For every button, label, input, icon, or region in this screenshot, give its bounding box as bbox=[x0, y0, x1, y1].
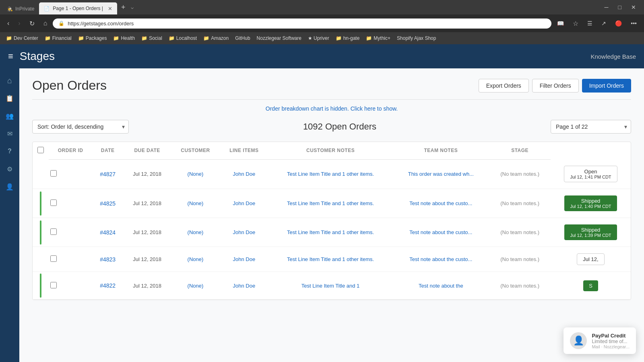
row-checkbox-cell[interactable] bbox=[49, 189, 92, 218]
more-btn[interactable]: ••• bbox=[627, 19, 640, 28]
share-btn[interactable]: ↗ bbox=[598, 19, 609, 28]
table-row[interactable]: #4822 Jul 12, 2018 (None) John Doe Test … bbox=[33, 272, 631, 300]
sidebar-item-settings[interactable]: ⚙ bbox=[2, 161, 18, 177]
page-select[interactable]: Page 1 of 22 Page 2 of 22 Page 3 of 22 bbox=[551, 120, 631, 134]
row-checkbox-cell[interactable] bbox=[49, 247, 92, 272]
line-items-cell[interactable]: Test Line Item Title and 1 other items. bbox=[268, 247, 393, 272]
hub-btn[interactable]: ☰ bbox=[584, 19, 596, 28]
table-row[interactable]: #4827 Jul 12, 2018 (None) John Doe Test … bbox=[33, 159, 631, 189]
profile-btn[interactable]: 🔴 bbox=[612, 19, 625, 28]
row-checkbox-cell[interactable] bbox=[49, 159, 92, 189]
stage-cell[interactable]: Open Jul 12, 1:41 PM CDT bbox=[551, 159, 631, 189]
table-row[interactable]: #4824 Jul 12, 2018 (None) John Doe Test … bbox=[33, 218, 631, 247]
maximize-btn[interactable]: □ bbox=[613, 2, 626, 12]
close-btn[interactable]: ✕ bbox=[626, 2, 641, 12]
tab-dropdown-btn[interactable]: ⌵ bbox=[129, 4, 135, 10]
row-checkbox[interactable] bbox=[50, 255, 57, 262]
due-date-cell[interactable]: (None) bbox=[171, 272, 220, 300]
stage-cell[interactable]: Shipped Jul 12, 1:40 PM CDT bbox=[551, 189, 631, 218]
table-row[interactable]: #4823 Jul 12, 2018 (None) John Doe Test … bbox=[33, 247, 631, 272]
forward-btn[interactable]: › bbox=[15, 18, 23, 29]
row-checkbox[interactable] bbox=[50, 170, 57, 177]
knowledge-base-link[interactable]: Knowledge Base bbox=[590, 53, 636, 60]
order-id-cell[interactable]: #4824 bbox=[92, 218, 123, 247]
bookmark-github[interactable]: GitHub bbox=[232, 34, 253, 42]
bookmark-health[interactable]: 📁 Health bbox=[110, 34, 138, 42]
bookmark-upriver[interactable]: ★ Upriver bbox=[305, 34, 332, 42]
customer-cell[interactable]: John Doe bbox=[220, 218, 268, 247]
line-items-cell[interactable]: Test Line Item Title and 1 other items. bbox=[268, 218, 393, 247]
order-id-cell[interactable]: #4823 bbox=[92, 247, 123, 272]
export-orders-btn[interactable]: Export Orders bbox=[479, 79, 529, 93]
order-id-link[interactable]: #4825 bbox=[100, 200, 116, 207]
stage-cell[interactable]: Jul 12, bbox=[551, 247, 631, 272]
customer-cell[interactable]: John Doe bbox=[220, 189, 268, 218]
paypal-notification[interactable]: 👤 PayPal Credit Limited time of... Mail … bbox=[564, 327, 636, 354]
customer-notes-cell[interactable]: Test note about the custo... bbox=[392, 218, 489, 247]
filter-orders-btn[interactable]: Filter Orders bbox=[532, 79, 579, 93]
row-checkbox[interactable] bbox=[50, 282, 57, 288]
refresh-btn[interactable]: ↻ bbox=[26, 18, 38, 29]
row-checkbox[interactable] bbox=[50, 200, 57, 206]
customer-cell[interactable]: John Doe bbox=[220, 159, 268, 189]
chart-hidden-message[interactable]: Order breakdown chart is hidden. Click h… bbox=[32, 105, 631, 112]
row-checkbox-cell[interactable] bbox=[49, 272, 92, 300]
tab-close-btn[interactable]: ✕ bbox=[108, 6, 112, 12]
line-items-cell[interactable]: Test Line Item Title and 1 other items. bbox=[268, 159, 393, 189]
sidebar-item-customers[interactable]: 👥 bbox=[2, 108, 18, 124]
favorites-btn[interactable]: ☆ bbox=[570, 18, 582, 29]
sidebar-item-messages[interactable]: ✉ bbox=[2, 125, 18, 142]
inprivate-tab[interactable]: 🕵 InPrivate bbox=[3, 3, 38, 14]
bookmark-shopify[interactable]: Shopify Ajax Shop bbox=[394, 34, 439, 42]
stage-cell[interactable]: Shipped Jul 12, 1:39 PM CDT bbox=[551, 218, 631, 247]
table-header-row: ORDER ID DATE DUE DATE CUSTOMER LINE ITE… bbox=[33, 142, 631, 159]
bookmark-localhost[interactable]: 📁 Localhost bbox=[166, 34, 200, 42]
bookmark-financial[interactable]: 📁 Financial bbox=[42, 34, 74, 42]
due-date-cell[interactable]: (None) bbox=[171, 159, 220, 189]
sidebar-item-orders[interactable]: 📋 bbox=[2, 90, 18, 106]
table-row[interactable]: #4825 Jul 12, 2018 (None) John Doe Test … bbox=[33, 189, 631, 218]
order-id-cell[interactable]: #4822 bbox=[92, 272, 123, 300]
customer-notes-cell[interactable]: Test note about the custo... bbox=[392, 247, 489, 272]
reader-btn[interactable]: 📖 bbox=[554, 19, 567, 28]
home-btn[interactable]: ⌂ bbox=[40, 18, 51, 29]
customer-notes-cell[interactable]: Test note about the bbox=[392, 272, 489, 300]
address-bar[interactable]: 🔒 https://getstages.com/orders bbox=[53, 19, 551, 29]
select-all-checkbox[interactable] bbox=[37, 147, 44, 153]
bookmark-hn-gate[interactable]: 📁 hn-gate bbox=[333, 34, 363, 42]
order-id-link[interactable]: #4827 bbox=[100, 171, 116, 177]
due-date-cell[interactable]: (None) bbox=[171, 189, 220, 218]
stage-cell[interactable]: S bbox=[551, 272, 631, 300]
row-checkbox-cell[interactable] bbox=[49, 218, 92, 247]
due-date-cell[interactable]: (None) bbox=[171, 247, 220, 272]
customer-cell[interactable]: John Doe bbox=[220, 247, 268, 272]
bookmark-nozzlegear[interactable]: Nozzlegear Software bbox=[254, 34, 304, 42]
bookmark-packages[interactable]: 📁 Packages bbox=[75, 34, 110, 42]
sidebar-item-help[interactable]: ? bbox=[2, 143, 18, 159]
bookmark-social[interactable]: 📁 Social bbox=[138, 34, 165, 42]
line-items-cell[interactable]: Test Line Item Title and 1 bbox=[268, 272, 393, 300]
import-orders-btn[interactable]: Import Orders bbox=[582, 79, 631, 93]
customer-notes-cell[interactable]: This order was created wh... bbox=[392, 159, 489, 189]
bookmark-amazon[interactable]: 📁 Amazon bbox=[200, 34, 231, 42]
sidebar-item-home[interactable]: ⌂ bbox=[2, 72, 18, 88]
due-date-cell[interactable]: (None) bbox=[171, 218, 220, 247]
order-id-link[interactable]: #4823 bbox=[100, 256, 116, 263]
hamburger-icon[interactable]: ≡ bbox=[8, 51, 13, 62]
back-btn[interactable]: ‹ bbox=[4, 18, 12, 29]
sort-select[interactable]: Sort: Order Id, descending Sort: Order I… bbox=[32, 120, 129, 134]
order-id-link[interactable]: #4822 bbox=[100, 282, 116, 289]
row-checkbox[interactable] bbox=[50, 228, 57, 235]
customer-cell[interactable]: John Doe bbox=[220, 272, 268, 300]
new-tab-btn[interactable]: + bbox=[118, 3, 129, 12]
line-items-cell[interactable]: Test Line Item Title and 1 other items. bbox=[268, 189, 393, 218]
order-id-link[interactable]: #4824 bbox=[100, 229, 116, 236]
bookmark-dev-center[interactable]: 📁 Dev Center bbox=[3, 34, 41, 42]
sidebar-item-team[interactable]: 👤 bbox=[2, 179, 18, 195]
customer-notes-cell[interactable]: Test note about the custo... bbox=[392, 189, 489, 218]
bookmark-mythic[interactable]: 📁 Mythic+ bbox=[363, 34, 393, 42]
order-id-cell[interactable]: #4827 bbox=[92, 159, 123, 189]
active-tab[interactable]: 📄 Page 1 - Open Orders | ✕ bbox=[39, 2, 117, 14]
order-id-cell[interactable]: #4825 bbox=[92, 189, 123, 218]
minimize-btn[interactable]: ─ bbox=[600, 2, 613, 12]
